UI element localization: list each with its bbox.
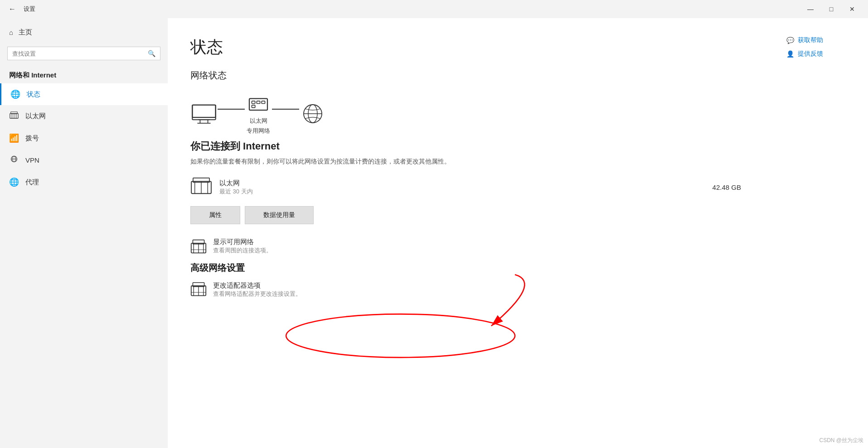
maximize-button[interactable]: □ (821, 0, 842, 18)
computer-icon (190, 102, 218, 125)
feedback-label: 提供反馈 (798, 50, 823, 58)
adapter-title: 更改适配器选项 (213, 281, 301, 290)
sidebar-item-dialup[interactable]: 📶 拨号 (0, 127, 168, 149)
globe-diagram-icon (299, 102, 326, 125)
sidebar-item-label-status: 状态 (27, 90, 40, 99)
router-sublabel: 专用网络 (247, 127, 270, 135)
svg-rect-9 (192, 105, 215, 117)
svg-point-39 (286, 314, 515, 357)
settings-window: ← 设置 — □ ✕ ⌂ 主页 🔍 网络和 Internet 🌐 状态 (0, 0, 868, 448)
ethernet-nav-icon (9, 111, 19, 121)
main-content: 状态 网络状态 (168, 18, 777, 448)
show-networks-sub: 查看周围的连接选项。 (213, 246, 272, 255)
globe-icon: 🌐 (10, 89, 20, 99)
sidebar-item-status[interactable]: 🌐 状态 (0, 83, 168, 105)
title-bar-left: ← 设置 (5, 2, 35, 16)
advanced-section: 高级网络设置 更改适配器选项 查看网络适配器并更改连接设置。 (190, 262, 755, 298)
ethernet-info: 以太网 最近 30 天内 (219, 179, 705, 196)
show-networks-title: 显示可用网络 (213, 238, 272, 246)
ethernet-row: 以太网 最近 30 天内 42.48 GB (190, 177, 755, 197)
router-icon: 以太网 专用网络 (245, 92, 272, 135)
proxy-icon: 🌐 (9, 177, 19, 187)
ethernet-sub: 最近 30 天内 (219, 188, 705, 196)
adapter-icon (190, 282, 207, 298)
btn-row: 属性 数据使用量 (190, 206, 755, 224)
adapter-sub: 查看网络适配器并更改连接设置。 (213, 290, 301, 298)
title-bar: ← 设置 — □ ✕ (0, 0, 868, 18)
right-panel: 💬 获取帮助 👤 提供反馈 (777, 18, 868, 448)
sidebar-item-vpn[interactable]: VPN (0, 149, 168, 171)
router-label: 以太网 (250, 117, 267, 125)
sidebar-section-title: 网络和 Internet (0, 65, 168, 83)
page-title: 状态 (190, 36, 755, 58)
minimize-button[interactable]: — (800, 0, 821, 18)
close-button[interactable]: ✕ (842, 0, 863, 18)
content-area: ⌂ 主页 🔍 网络和 Internet 🌐 状态 (0, 18, 868, 448)
back-button[interactable]: ← (5, 2, 19, 16)
sidebar-item-label-vpn: VPN (25, 156, 39, 164)
properties-button[interactable]: 属性 (190, 206, 240, 224)
watermark: CSDN @丝为尘埃 (819, 437, 863, 444)
svg-rect-16 (257, 101, 260, 103)
help-chat-icon: 💬 (786, 37, 794, 44)
feedback-link[interactable]: 👤 提供反馈 (786, 50, 859, 58)
show-networks-section[interactable]: 显示可用网络 查看周围的连接选项。 (190, 238, 755, 255)
show-networks-text: 显示可用网络 查看周围的连接选项。 (213, 238, 272, 255)
window-controls: — □ ✕ (800, 0, 863, 18)
sidebar-home[interactable]: ⌂ 主页 (0, 23, 168, 42)
svg-rect-17 (262, 101, 265, 103)
sidebar-item-ethernet[interactable]: 以太网 (0, 105, 168, 127)
connected-title: 你已连接到 Internet (190, 140, 755, 153)
show-networks-icon (190, 238, 207, 255)
vpn-icon (9, 155, 19, 165)
sidebar-item-label-proxy: 代理 (25, 178, 39, 187)
home-label: 主页 (19, 28, 32, 37)
svg-rect-18 (252, 105, 255, 107)
home-icon: ⌂ (9, 29, 13, 36)
ethernet-row-icon (190, 177, 212, 197)
advanced-title: 高级网络设置 (190, 262, 755, 274)
search-icon: 🔍 (148, 50, 155, 57)
line-1 (218, 109, 245, 110)
search-box[interactable]: 🔍 (7, 47, 160, 60)
dialup-icon: 📶 (9, 133, 19, 143)
connected-desc: 如果你的流量套餐有限制，则你可以将此网络设置为按流量计费的连接，或者更改其他属性… (190, 157, 453, 166)
network-status-title: 网络状态 (190, 69, 755, 82)
ethernet-data: 42.48 GB (713, 183, 741, 191)
svg-rect-15 (252, 101, 255, 103)
search-input[interactable] (12, 50, 144, 57)
data-usage-button[interactable]: 数据使用量 (245, 206, 314, 224)
feedback-icon: 👤 (786, 50, 794, 58)
get-help-link[interactable]: 💬 获取帮助 (786, 36, 859, 44)
sidebar-item-proxy[interactable]: 🌐 代理 (0, 171, 168, 193)
window-title: 设置 (24, 5, 35, 13)
line-2 (272, 109, 299, 110)
adapter-options-section[interactable]: 更改适配器选项 查看网络适配器并更改连接设置。 (190, 281, 755, 298)
svg-rect-14 (249, 99, 267, 110)
sidebar-item-label-ethernet: 以太网 (25, 112, 46, 120)
sidebar: ⌂ 主页 🔍 网络和 Internet 🌐 状态 (0, 18, 168, 448)
network-diagram: 以太网 专用网络 (190, 92, 755, 135)
sidebar-item-label-dialup: 拨号 (25, 134, 39, 143)
adapter-text: 更改适配器选项 查看网络适配器并更改连接设置。 (213, 281, 301, 298)
ethernet-name: 以太网 (219, 179, 705, 188)
annotation-overlay (168, 18, 777, 448)
help-label: 获取帮助 (798, 36, 823, 44)
